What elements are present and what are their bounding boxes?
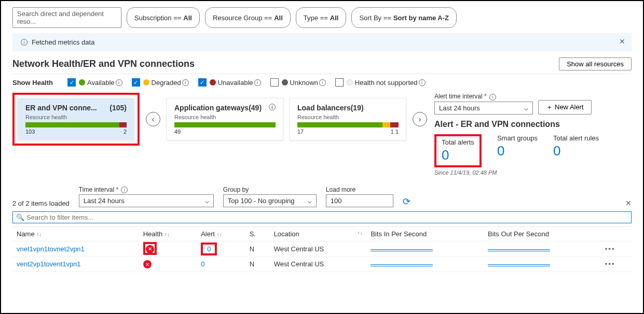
- time-interval-label: Time interval: [79, 186, 114, 193]
- filter-resource-group[interactable]: Resource Group == All: [205, 7, 291, 28]
- bar-label-right: 1 1: [391, 129, 399, 135]
- col-name[interactable]: Name ↑↓: [12, 227, 139, 241]
- filter-op: ==: [264, 14, 272, 22]
- filter-label: Subscription: [134, 14, 172, 22]
- banner-text: Fetched metrics data: [32, 38, 94, 46]
- health-bar: [297, 122, 399, 127]
- row-menu-icon[interactable]: •••: [605, 245, 615, 253]
- col-bits-in[interactable]: Bits In Per Second: [366, 227, 484, 241]
- table-header: Name ↑↓ Health ↑↓ Alert ↑↓ S. Location ↑…: [12, 227, 632, 241]
- health-filter-row: Show Health Availablei Degradedi Unavail…: [12, 78, 632, 87]
- chevron-down-icon: ⌵: [308, 197, 312, 205]
- load-more-input[interactable]: 100: [326, 194, 393, 207]
- show-all-resources-button[interactable]: Show all resources: [559, 58, 632, 70]
- health-filter-unavailable[interactable]: Unavailablei: [198, 78, 261, 87]
- alert-panel: Alert time interval * i Last 24 hours⌵ ＋…: [434, 93, 632, 176]
- filter-label: Sort By: [359, 14, 381, 22]
- alert-count-link[interactable]: 0: [207, 245, 211, 253]
- select-value: Last 24 hours: [84, 197, 125, 205]
- col-location[interactable]: Location ↑↓: [270, 227, 367, 241]
- info-icon: i: [182, 79, 189, 86]
- close-icon[interactable]: ✕: [625, 199, 632, 207]
- alert-interval-select[interactable]: Last 24 hours⌵: [434, 102, 533, 115]
- filter-subscription[interactable]: Subscription == All: [127, 7, 200, 28]
- new-alert-button[interactable]: ＋New Alert: [538, 100, 592, 115]
- error-icon: ✕: [146, 245, 154, 253]
- metric-value: 0: [553, 143, 599, 159]
- metric-total-alerts[interactable]: Total alerts 0: [442, 138, 474, 163]
- alert-count-link[interactable]: 0: [201, 260, 204, 268]
- card-er-vpn[interactable]: ER and VPN conne... (105) Resource healt…: [18, 98, 134, 140]
- carousel-next-button[interactable]: ›: [413, 112, 427, 126]
- card-load-balancers[interactable]: Load balancers(19) Resource health 171 1: [290, 98, 406, 140]
- filter-op: ==: [173, 14, 181, 22]
- metric-value: 0: [442, 147, 474, 163]
- card-title: ER and VPN conne...: [25, 104, 97, 112]
- toolbar: Search direct and dependent reso... Subs…: [12, 7, 632, 28]
- alert-interval-label: Alert time interval: [434, 93, 483, 100]
- metric-alert-rules[interactable]: Total alert rules 0: [553, 134, 599, 167]
- time-interval-select[interactable]: Last 24 hours⌵: [79, 194, 214, 207]
- filter-items-input[interactable]: 🔍: [12, 211, 632, 223]
- sparkline-bits-in: [371, 249, 433, 251]
- col-alert[interactable]: Alert ↑↓: [197, 227, 245, 241]
- bar-label-left: 103: [25, 129, 35, 135]
- highlight-selected-card: ER and VPN conne... (105) Resource healt…: [12, 93, 140, 146]
- filter-text-field[interactable]: [26, 213, 628, 221]
- filter-value: All: [274, 14, 283, 22]
- alert-section-title: Alert - ER and VPN connections: [434, 120, 632, 129]
- card-app-gateways[interactable]: Application gateways(49) i Resource heal…: [167, 98, 283, 140]
- card-subtitle: Resource health: [174, 114, 276, 120]
- filter-sort[interactable]: Sort By == Sort by name A-Z: [351, 7, 457, 28]
- info-icon: i: [254, 79, 261, 86]
- group-by-label: Group by: [223, 186, 317, 193]
- row-menu-icon[interactable]: •••: [605, 260, 615, 268]
- cards-carousel: ER and VPN conne... (105) Resource healt…: [12, 93, 427, 146]
- info-icon: i: [116, 79, 122, 86]
- col-health[interactable]: Health ↑↓: [139, 227, 197, 241]
- filter-value: All: [330, 14, 339, 22]
- error-icon: ✕: [143, 260, 152, 268]
- health-filter-available[interactable]: Availablei: [67, 78, 122, 87]
- health-bar: [25, 122, 127, 127]
- group-by-select[interactable]: Top 100 - No grouping⌵: [223, 194, 317, 207]
- filter-label: Degraded: [152, 79, 181, 87]
- metric-value: 0: [497, 143, 538, 159]
- metric-smart-groups[interactable]: Smart groups 0: [497, 134, 538, 167]
- metric-label: Smart groups: [497, 134, 538, 142]
- metric-label: Total alert rules: [553, 134, 599, 142]
- info-icon: i: [319, 79, 326, 86]
- filter-value: All: [183, 14, 192, 22]
- filter-label: Unknown: [290, 79, 318, 87]
- info-icon: i: [121, 187, 128, 193]
- col-s[interactable]: S.: [245, 227, 270, 241]
- chevron-down-icon: ⌵: [524, 104, 528, 112]
- cell-location: West Central US: [270, 241, 367, 257]
- resources-table: Name ↑↓ Health ↑↓ Alert ↑↓ S. Location ↑…: [12, 226, 632, 272]
- col-bits-out[interactable]: Bits Out Per Second: [484, 227, 601, 241]
- health-filter-degraded[interactable]: Degradedi: [132, 78, 189, 87]
- health-filter-unsupported[interactable]: Health not supportedi: [335, 78, 426, 87]
- show-health-label: Show Health: [12, 79, 53, 87]
- filter-label: Available: [87, 79, 115, 87]
- close-icon[interactable]: ✕: [619, 37, 625, 46]
- card-subtitle: Resource health: [25, 114, 127, 120]
- cell-s: N: [245, 256, 270, 272]
- carousel-prev-button[interactable]: ‹: [146, 112, 160, 126]
- sparkline-bits-in: [371, 264, 433, 266]
- filter-label: Health not supported: [355, 79, 418, 87]
- filter-label: Unavailable: [218, 79, 253, 87]
- health-filter-unknown[interactable]: Unknowni: [270, 78, 326, 87]
- main-row: ER and VPN conne... (105) Resource healt…: [12, 93, 632, 176]
- filter-type[interactable]: Type == All: [296, 7, 347, 28]
- card-title: Application gateways(49): [174, 104, 262, 112]
- title-row: Network Health/ER and VPN connections Sh…: [12, 58, 632, 74]
- table-row: vent2vp1tovent1vpn1 ✕ 0 N West Central U…: [12, 256, 632, 272]
- health-bar: [174, 122, 276, 127]
- resource-link[interactable]: vnet1vpn1tovnet2vpn1: [17, 245, 85, 253]
- info-icon: i: [21, 39, 28, 46]
- bar-label-left: 17: [297, 129, 304, 135]
- resource-link[interactable]: vent2vp1tovent1vpn1: [17, 260, 81, 268]
- search-input[interactable]: Search direct and dependent reso...: [12, 7, 121, 28]
- refresh-icon[interactable]: ⟳: [403, 196, 410, 207]
